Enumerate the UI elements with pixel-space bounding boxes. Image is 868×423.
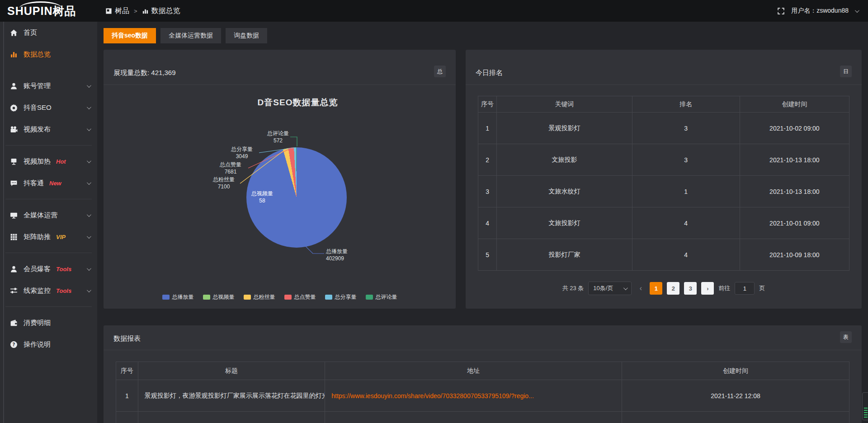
sidebar-item-lead-monitoring[interactable]: 线索监控 Tools <box>0 280 97 301</box>
pie-label-comments: 总评论量572 <box>255 130 301 144</box>
goto-page-input[interactable] <box>735 282 755 295</box>
tab-all-media-data[interactable]: 全媒体运营数据 <box>160 28 221 43</box>
sidebar-item-instructions[interactable]: ? 操作说明 <box>0 334 97 355</box>
video-link[interactable]: https://www.iesdouyin.com/share/video/70… <box>325 380 622 412</box>
user-icon <box>10 82 18 90</box>
gear-icon <box>10 104 18 112</box>
chevron-down-icon <box>87 234 91 239</box>
ranking-table: 序号 关键词 排名 创建时间 1 景观投影灯 3 2021-10 <box>478 96 849 271</box>
chevron-down-icon <box>87 159 91 163</box>
sidebar-item-consumption-details[interactable]: 消费明细 <box>0 312 97 334</box>
total-count-label: 共 23 条 <box>562 284 584 292</box>
breadcrumb-root[interactable]: 树品 <box>105 6 129 16</box>
chevron-down-icon <box>87 83 91 88</box>
chevron-down-icon <box>87 288 91 292</box>
heat-sign-icon <box>10 158 18 165</box>
col-no: 序号 <box>478 96 497 113</box>
total-badge[interactable]: 总 <box>434 66 446 77</box>
floating-widget-stripes <box>864 408 868 418</box>
floating-widget[interactable] <box>862 392 868 420</box>
chat-bubble-icon <box>10 179 18 187</box>
legend-item-likes[interactable]: 总点赞量 <box>284 293 316 301</box>
brand-logo[interactable]: SHUPIN树品 <box>0 0 97 22</box>
page-size-select[interactable]: 10条/页 <box>588 282 632 295</box>
app-root: SHUPIN树品 树品 > 数据总览 用户名：zswodun88 首页 <box>0 0 868 423</box>
page-button-3[interactable]: 3 <box>684 282 697 295</box>
sidebar-item-label: 全媒体运营 <box>24 211 57 220</box>
table-row[interactable]: 5 投影灯厂家 4 2021-10-09 18:00 <box>478 239 849 271</box>
app-square-icon <box>105 8 112 14</box>
table-row-partial <box>116 412 849 423</box>
sidebar-item-label: 数据总览 <box>24 50 51 59</box>
sidebar-item-member-burst[interactable]: 会员爆客 Tools <box>0 258 97 280</box>
col-no: 序号 <box>116 362 138 380</box>
sidebar-item-data-overview[interactable]: 数据总览 <box>0 43 97 65</box>
sidebar-item-label: 会员爆客 <box>24 265 51 273</box>
sidebar-item-doketong[interactable]: 抖客通 New <box>0 172 97 194</box>
prev-page-button[interactable]: ‹ <box>636 284 645 292</box>
goto-label: 前往 <box>718 284 730 292</box>
sidebar-item-label: 视频加热 <box>24 157 51 166</box>
topbar: SHUPIN树品 树品 > 数据总览 用户名：zswodun88 <box>0 0 868 22</box>
grid-icon <box>10 233 18 241</box>
cards-row: 展现量总数: 421,369 总 D音SEO数据量总览 总评论量572 <box>104 50 862 309</box>
pie-label-likes: 总点赞量7681 <box>208 161 253 175</box>
report-card-title: 数据报表 <box>113 334 141 343</box>
sidebar-item-matrix-boost[interactable]: 矩阵助推 VIP <box>0 226 97 248</box>
table-row[interactable]: 2 文旅投影 3 2021-10-13 18:00 <box>478 144 849 176</box>
today-ranking-card: 今日排名 日 序号 关键词 排名 创建时间 <box>466 50 862 309</box>
table-badge[interactable]: 表 <box>840 331 852 343</box>
sidebar-item-home[interactable]: 首页 <box>0 22 97 43</box>
ranking-table-wrap: 序号 关键词 排名 创建时间 1 景观投影灯 3 2021-10 <box>478 96 849 271</box>
sidebar: 首页 数据总览 账号管理 抖音SEO 视频发布 视频加热 Hot <box>0 22 97 423</box>
page-button-1[interactable]: 1 <box>650 282 662 295</box>
table-row[interactable]: 4 文旅投影灯 4 2021-10-01 09:00 <box>478 207 849 239</box>
svg-text:?: ? <box>13 342 15 347</box>
bar-chart-icon <box>142 8 149 14</box>
legend-item-videos[interactable]: 总视频量 <box>203 293 235 301</box>
ranking-card-header: 今日排名 日 <box>466 50 862 85</box>
sidebar-item-douyin-seo[interactable]: 抖音SEO <box>0 97 97 118</box>
col-created: 创建时间 <box>622 362 849 380</box>
user-chevron-down-icon[interactable] <box>855 8 859 13</box>
fullscreen-icon[interactable] <box>777 7 785 15</box>
breadcrumb-current[interactable]: 数据总览 <box>142 6 180 16</box>
question-circle-icon: ? <box>10 341 18 348</box>
chevron-down-icon <box>87 180 91 185</box>
sidebar-item-video-publish[interactable]: 视频发布 <box>0 118 97 140</box>
table-row[interactable]: 1 景观投影灯 3 2021-10-02 09:00 <box>478 113 849 144</box>
legend-swatch <box>366 295 373 300</box>
legend-swatch <box>203 295 210 300</box>
topbar-right: 用户名：zswodun88 <box>777 7 868 15</box>
table-header-row: 序号 关键词 排名 创建时间 <box>478 96 849 113</box>
chevron-down-icon <box>87 105 91 109</box>
table-row[interactable]: 1 景观投影灯，夜游景观投影灯厂家展示展示落花灯在花园里的灯光投影应用效果 # … <box>116 380 849 412</box>
next-page-button[interactable]: › <box>701 282 714 295</box>
sidebar-item-label: 视频发布 <box>24 125 51 134</box>
breadcrumb-separator: > <box>134 8 137 14</box>
table-row[interactable]: 3 文旅水纹灯 1 2021-10-13 18:00 <box>478 176 849 207</box>
sidebar-item-account-management[interactable]: 账号管理 <box>0 75 97 97</box>
legend-item-fans[interactable]: 总粉丝量 <box>244 293 275 301</box>
page-button-2[interactable]: 2 <box>667 282 679 295</box>
legend-item-shares[interactable]: 总分享量 <box>325 293 357 301</box>
tab-douyin-seo-data[interactable]: 抖音seo数据 <box>104 28 156 43</box>
legend-item-comments[interactable]: 总评论量 <box>366 293 397 301</box>
monitor-icon <box>10 212 18 219</box>
day-badge[interactable]: 日 <box>840 66 852 77</box>
col-rank: 排名 <box>632 96 740 113</box>
username-label[interactable]: 用户名：zswodun88 <box>791 7 849 15</box>
sidebar-item-label: 首页 <box>24 28 37 37</box>
breadcrumb-root-label: 树品 <box>115 6 129 16</box>
sidebar-item-all-media-operation[interactable]: 全媒体运营 <box>0 204 97 226</box>
report-table-wrap: 序号 标题 地址 创建时间 1 景观投影灯，夜游景观投影灯厂家展示展示落花灯在花… <box>116 362 849 423</box>
legend-swatch <box>244 295 251 300</box>
legend-item-plays[interactable]: 总播放量 <box>162 293 194 301</box>
impressions-total-label: 展现量总数: 421,369 <box>113 69 176 77</box>
col-address: 地址 <box>325 362 622 380</box>
breadcrumb-current-label: 数据总览 <box>151 6 180 16</box>
tab-inquiry-data[interactable]: 询盘数据 <box>226 28 267 43</box>
sidebar-item-video-heating[interactable]: 视频加热 Hot <box>0 150 97 172</box>
sidebar-divider <box>5 306 92 307</box>
tools-badge: Tools <box>56 266 71 273</box>
